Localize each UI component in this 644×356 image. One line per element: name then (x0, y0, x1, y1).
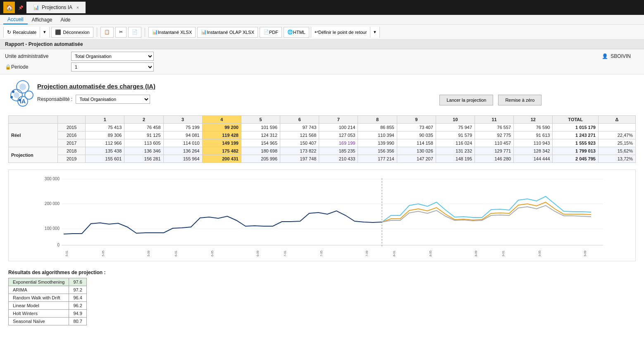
data-cell: 155 601 (86, 155, 124, 163)
data-cell: 113 605 (124, 139, 163, 147)
data-cell: 90 035 (397, 131, 436, 139)
lancer-projection-button[interactable]: Lancer la projection (439, 95, 493, 105)
svg-text:200 000: 200 000 (45, 201, 60, 206)
th-12: 12 (514, 116, 553, 124)
report-title-section: IA Projection automatisée des charges (I… (8, 79, 636, 109)
definir-retour-button[interactable]: ↩ Définir le point de retour (311, 27, 370, 38)
definir-retour-dropdown[interactable]: ▾ (370, 27, 379, 38)
algo-row: Seasonal Naïve80.7 (9, 318, 87, 325)
cut-button[interactable]: ✂ (115, 27, 126, 38)
data-table: 1 2 3 4 5 6 7 8 9 10 11 12 TOTAL Δ Réel2… (8, 115, 636, 163)
th-2: 2 (124, 116, 163, 124)
data-cell: 119 428 (202, 131, 241, 139)
unite-label: Unite administrative (5, 53, 71, 59)
data-cell: 73 407 (397, 124, 436, 131)
instantane-xlsx-button[interactable]: 📊 Instantané XLSX (148, 27, 196, 38)
html-icon: 🌐 (287, 29, 293, 35)
svg-point-5 (12, 91, 14, 93)
svg-point-3 (19, 84, 26, 90)
th-6: 6 (280, 116, 319, 124)
th-4: 4 (202, 116, 241, 124)
data-cell: 76 557 (475, 124, 514, 131)
recalculate-group: ↻ Recalculate ▾ (3, 27, 50, 38)
data-cell: 156 281 (124, 155, 163, 163)
close-tab-button[interactable]: × (76, 5, 79, 10)
svg-text:2016-01: 2016-01 (174, 251, 177, 257)
data-cell: 148 195 (436, 155, 475, 163)
total-cell: 1 799 013 (553, 147, 599, 155)
data-cell: 75 199 (163, 124, 202, 131)
recalculate-icon: ↻ (7, 29, 11, 35)
chart-svg: 300 000 200 000 100 000 0 2015-01 2015-0… (13, 174, 631, 257)
delta-cell (598, 124, 635, 131)
data-cell: 136 346 (124, 147, 163, 155)
delta-cell: 22,47% (598, 131, 635, 139)
algo-value: 96.4 (69, 294, 86, 302)
svg-text:2018-05: 2018-05 (429, 251, 432, 257)
algo-value: 97.6 (69, 278, 86, 286)
data-cell: 114 158 (397, 139, 436, 147)
data-cell: 146 280 (475, 155, 514, 163)
recalculate-button[interactable]: ↻ Recalculate (4, 27, 40, 38)
toolbar-separator-2 (145, 28, 145, 37)
th-10: 10 (436, 116, 475, 124)
responsabilite-select[interactable]: Total Organisation (76, 95, 150, 104)
svg-text:IA: IA (20, 98, 26, 105)
copy-button[interactable]: 📋 (100, 27, 114, 38)
data-cell: 91 125 (124, 131, 163, 139)
instantane-olap-xlsx-button[interactable]: 📊 Instantané OLAP XLSX (197, 27, 258, 38)
svg-text:2016-09: 2016-09 (256, 251, 259, 257)
data-cell: 101 596 (241, 124, 280, 131)
main-content: IA Projection automatisée des charges (I… (0, 74, 644, 330)
unite-select[interactable]: Total Organisation (71, 52, 154, 61)
data-cell: 94 081 (163, 131, 202, 139)
periode-select[interactable]: 1 (71, 62, 154, 72)
data-cell: 112 966 (86, 139, 124, 147)
data-table-wrapper: 1 2 3 4 5 6 7 8 9 10 11 12 TOTAL Δ Réel2… (8, 115, 636, 163)
data-cell: 156 356 (358, 147, 397, 155)
pdf-button[interactable]: 📄 PDF (260, 27, 282, 38)
menu-aide[interactable]: Aide (57, 15, 75, 24)
delta-cell: 25,15% (598, 139, 635, 147)
recalculate-dropdown[interactable]: ▾ (40, 27, 49, 38)
deconnexion-button[interactable]: ⬛ Déconnexion (51, 27, 93, 38)
deconnexion-icon: ⬛ (55, 29, 61, 35)
data-cell: 110 943 (514, 139, 553, 147)
menu-affichage[interactable]: Affichage (28, 15, 57, 24)
toolbar-separator-1 (97, 28, 97, 37)
year-cell: 2017 (58, 139, 86, 147)
unite-filter-row: Unite administrative Total Organisation … (5, 52, 639, 61)
table-row: 2017112 966113 605114 010149 199154 9651… (9, 139, 636, 147)
data-cell: 169 199 (319, 139, 358, 147)
data-cell: 99 200 (202, 124, 241, 131)
html-button[interactable]: 🌐 HTML (284, 27, 309, 38)
table-row: Projection2018135 438136 346136 264175 4… (9, 147, 636, 155)
year-cell: 2015 (58, 124, 86, 131)
svg-text:2017-09: 2017-09 (365, 251, 368, 257)
periode-label: 🔒 Periode (5, 64, 71, 70)
data-cell: 144 444 (514, 155, 553, 163)
tab-projections-ia[interactable]: 📊 Projections IA × (26, 2, 86, 13)
svg-text:2017-05: 2017-05 (320, 251, 323, 257)
data-cell: 130 026 (397, 147, 436, 155)
data-cell: 175 482 (202, 147, 241, 155)
data-cell: 135 438 (86, 147, 124, 155)
delta-cell: 15,62% (598, 147, 635, 155)
algo-title: Résultats des algorithmes de projection … (8, 270, 636, 275)
responsabilite-label: Responsabilité : (37, 96, 72, 102)
table-header-row: 1 2 3 4 5 6 7 8 9 10 11 12 TOTAL Δ (9, 116, 636, 124)
svg-point-7 (10, 96, 13, 98)
data-cell: 91 579 (436, 131, 475, 139)
th-5: 5 (241, 116, 280, 124)
menu-accueil[interactable]: Accueil (3, 15, 28, 24)
data-cell: 197 748 (280, 155, 319, 163)
remise-zero-button[interactable]: Remise à zéro (498, 95, 541, 105)
algo-name: ARIMA (9, 286, 69, 294)
data-cell: 116 024 (436, 139, 475, 147)
home-button[interactable]: 🏠 (3, 2, 15, 13)
svg-text:2016-05: 2016-05 (211, 251, 214, 257)
data-cell: 114 010 (163, 139, 202, 147)
paste-button[interactable]: 📄 (128, 27, 141, 38)
data-cell: 185 235 (319, 147, 358, 155)
title-bar: 🏠 📌 📊 Projections IA × (0, 0, 644, 15)
